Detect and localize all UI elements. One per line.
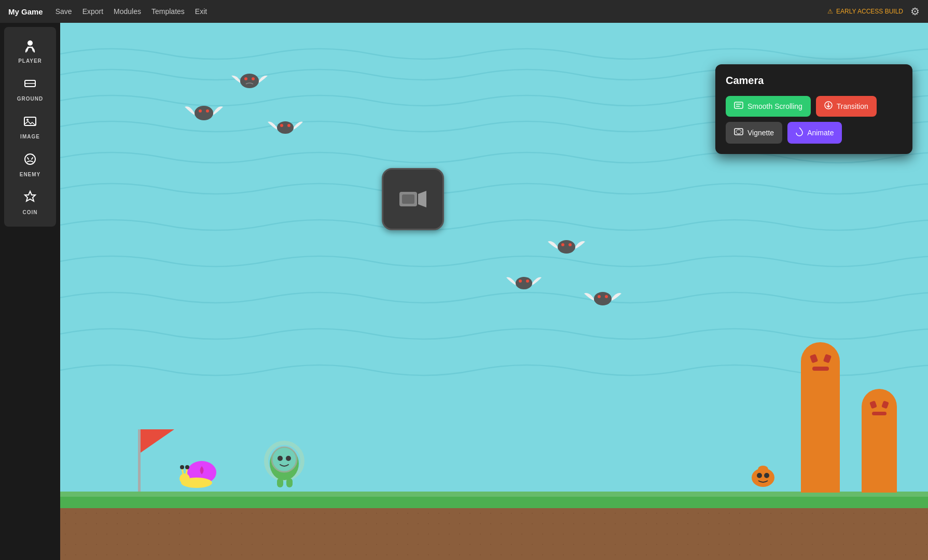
svg-rect-29: [402, 194, 414, 204]
toolbar-item-enemy[interactable]: ENEMY: [9, 147, 51, 183]
flag-triangle: [141, 429, 174, 453]
player-astronaut: [262, 438, 307, 492]
left-toolbar: PLAYER GROUND IMAGE: [4, 27, 56, 227]
svg-marker-28: [418, 191, 426, 207]
animate-icon: [796, 127, 803, 138]
toolbar-item-ground[interactable]: GROUND: [9, 71, 51, 107]
svg-point-18: [558, 240, 575, 254]
svg-rect-48: [735, 102, 743, 108]
coin-label: COIN: [23, 209, 38, 215]
svg-point-53: [736, 130, 741, 134]
svg-point-7: [25, 154, 35, 164]
enemy-bat-4: [548, 235, 585, 258]
svg-point-24: [594, 292, 612, 305]
settings-gear-icon[interactable]: ⚙: [910, 5, 920, 18]
enemy-tall-orange: [801, 342, 840, 493]
ground-dirt: [60, 508, 928, 560]
enemy-label: ENEMY: [20, 172, 41, 177]
svg-point-21: [516, 277, 532, 289]
nav-templates[interactable]: Templates: [151, 7, 185, 16]
svg-point-0: [27, 40, 33, 46]
svg-point-39: [272, 447, 297, 472]
enemy-bat-3: [268, 116, 303, 138]
svg-point-17: [287, 124, 290, 127]
vignette-label: Vignette: [747, 129, 774, 137]
animate-button[interactable]: Animate: [787, 122, 842, 144]
svg-point-40: [278, 456, 283, 461]
toolbar-item-coin[interactable]: COIN: [9, 185, 51, 220]
svg-point-36: [185, 465, 189, 469]
toolbar-item-image[interactable]: IMAGE: [9, 109, 51, 145]
game-title: My Game: [8, 7, 43, 16]
toolbar-item-player[interactable]: PLAYER: [9, 33, 51, 69]
ground-icon: [23, 76, 37, 94]
smooth-scrolling-button[interactable]: Smooth Scrolling: [726, 96, 811, 117]
image-label: IMAGE: [20, 134, 40, 139]
main-area: PLAYER GROUND IMAGE: [0, 23, 928, 560]
image-icon: [23, 114, 37, 132]
svg-point-32: [179, 473, 190, 484]
early-access-badge: ⚠ EARLY ACCESS BUILD: [827, 8, 903, 15]
svg-point-15: [277, 121, 294, 134]
svg-point-19: [561, 243, 564, 246]
nav-save[interactable]: Save: [56, 7, 72, 16]
svg-point-35: [180, 465, 184, 469]
svg-point-41: [286, 456, 291, 461]
svg-point-12: [195, 106, 213, 120]
ground-grass: // We'll do this inline as a pattern: [60, 492, 928, 508]
svg-rect-43: [286, 478, 293, 487]
enemy-small-round: [749, 461, 778, 492]
transition-icon: [824, 101, 833, 111]
player-icon: [23, 38, 37, 56]
enemy-icon: [23, 152, 37, 170]
game-canvas[interactable]: // We'll do this inline as a pattern: [60, 23, 928, 560]
svg-point-45: [757, 473, 762, 478]
camera-object[interactable]: [382, 168, 444, 230]
svg-point-13: [199, 109, 202, 113]
coin-icon: [23, 190, 37, 207]
enemy-bat-6: [584, 287, 621, 310]
early-access-text: EARLY ACCESS BUILD: [836, 8, 903, 15]
vignette-button[interactable]: Vignette: [726, 122, 782, 144]
svg-point-22: [519, 279, 522, 283]
svg-point-20: [569, 243, 572, 246]
ground-label: GROUND: [17, 96, 43, 102]
enemy-bat-2: [185, 101, 224, 124]
transition-label: Transition: [837, 102, 868, 110]
svg-point-47: [758, 466, 768, 473]
enemy-bat-5: [506, 272, 542, 293]
transition-button[interactable]: Transition: [816, 96, 877, 117]
camera-video-icon: [398, 188, 427, 211]
player-label: PLAYER: [18, 58, 42, 64]
nav-export[interactable]: Export: [82, 7, 103, 16]
svg-point-16: [280, 124, 283, 127]
flag-pole: [138, 429, 141, 492]
svg-point-46: [764, 473, 769, 478]
svg-point-6: [26, 119, 29, 121]
enemy-short-orange: [862, 389, 897, 493]
nav-right-area: ⚠ EARLY ACCESS BUILD ⚙: [827, 5, 920, 18]
svg-point-25: [598, 295, 601, 298]
svg-point-26: [605, 295, 608, 298]
snail-character: [177, 456, 224, 492]
svg-point-9: [240, 74, 259, 88]
animate-label: Animate: [807, 129, 834, 137]
top-navigation: My Game Save Export Modules Templates Ex…: [0, 0, 928, 23]
smooth-scrolling-label: Smooth Scrolling: [747, 102, 802, 110]
svg-point-11: [252, 77, 255, 80]
svg-marker-8: [25, 191, 35, 201]
vignette-icon: [734, 128, 743, 137]
svg-point-23: [526, 279, 529, 283]
nav-modules[interactable]: Modules: [114, 7, 141, 16]
svg-point-10: [244, 77, 247, 80]
enemy-bat-1: [231, 69, 268, 92]
camera-panel-title: Camera: [726, 75, 902, 87]
svg-rect-42: [277, 478, 283, 487]
camera-panel-buttons: Smooth Scrolling Transition Vignette: [726, 96, 902, 144]
smooth-scrolling-icon: [734, 102, 743, 111]
camera-settings-panel: Camera Smooth Scrolling Transition: [715, 64, 912, 154]
warning-icon: ⚠: [827, 8, 833, 15]
nav-exit[interactable]: Exit: [195, 7, 207, 16]
svg-point-14: [206, 109, 209, 113]
